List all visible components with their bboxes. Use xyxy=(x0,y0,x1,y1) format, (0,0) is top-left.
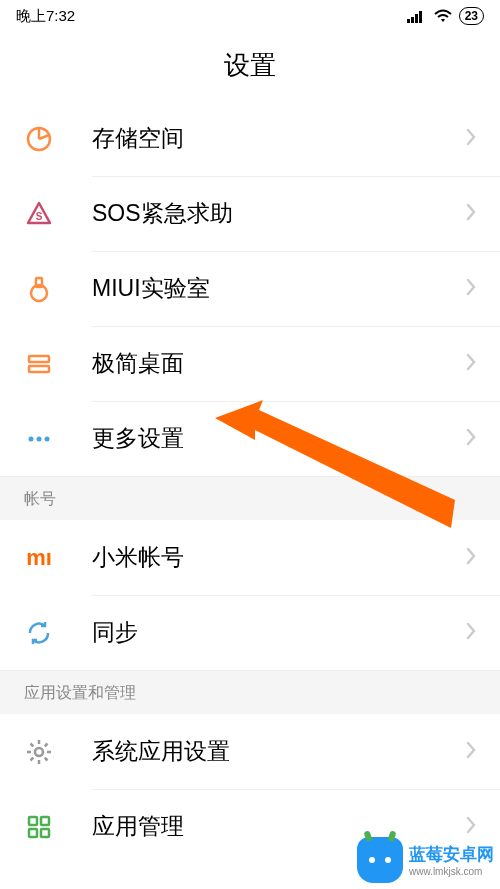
mi-icon: mı xyxy=(24,543,54,573)
section-account: 帐号 xyxy=(0,476,500,520)
svg-line-20 xyxy=(31,743,34,746)
chevron-right-icon xyxy=(466,278,476,300)
chevron-right-icon xyxy=(466,816,476,838)
svg-point-15 xyxy=(35,748,43,756)
chevron-right-icon xyxy=(466,203,476,225)
chevron-right-icon xyxy=(466,428,476,450)
row-mi-account[interactable]: mı 小米帐号 xyxy=(0,520,500,595)
watermark-icon xyxy=(357,837,403,883)
watermark-url: www.lmkjsk.com xyxy=(409,866,494,877)
row-label: 存储空间 xyxy=(92,123,466,154)
chevron-right-icon xyxy=(466,741,476,763)
row-system-apps[interactable]: 系统应用设置 xyxy=(0,714,500,789)
row-more-settings[interactable]: 更多设置 xyxy=(0,401,500,476)
status-time: 晚上7:32 xyxy=(16,7,75,26)
row-sync[interactable]: 同步 xyxy=(0,595,500,670)
storage-icon xyxy=(24,124,54,154)
row-label: 极简桌面 xyxy=(92,348,466,379)
svg-text:S: S xyxy=(36,211,43,222)
page-title: 设置 xyxy=(0,32,500,101)
watermark-title: 蓝莓安卓网 xyxy=(409,843,494,866)
battery-icon: 23 xyxy=(459,7,484,25)
svg-point-12 xyxy=(29,436,34,441)
more-icon xyxy=(24,424,54,454)
svg-rect-11 xyxy=(29,366,49,372)
row-label: 同步 xyxy=(92,617,466,648)
svg-point-14 xyxy=(45,436,50,441)
chevron-right-icon xyxy=(466,128,476,150)
svg-rect-25 xyxy=(41,817,49,825)
svg-rect-26 xyxy=(29,829,37,837)
row-sos[interactable]: S SOS紧急求助 xyxy=(0,176,500,251)
svg-rect-10 xyxy=(29,356,49,362)
status-right: 23 xyxy=(407,7,484,25)
row-storage[interactable]: 存储空间 xyxy=(0,101,500,176)
row-label: 小米帐号 xyxy=(92,542,466,573)
svg-rect-0 xyxy=(407,19,410,23)
svg-rect-2 xyxy=(415,14,418,23)
row-simple-desktop[interactable]: 极简桌面 xyxy=(0,326,500,401)
sos-icon: S xyxy=(24,199,54,229)
settings-list: 存储空间 S SOS紧急求助 MIUI实验室 极简桌面 更多设置 帐号 mı 小… xyxy=(0,101,500,864)
simple-icon xyxy=(24,349,54,379)
apps-icon xyxy=(24,812,54,842)
svg-line-22 xyxy=(45,743,48,746)
row-label: 更多设置 xyxy=(92,423,466,454)
signal-icon xyxy=(407,9,427,23)
gear-icon xyxy=(24,737,54,767)
svg-rect-1 xyxy=(411,17,414,23)
svg-point-13 xyxy=(37,436,42,441)
row-label: 系统应用设置 xyxy=(92,736,466,767)
wifi-icon xyxy=(433,9,453,23)
svg-line-23 xyxy=(31,757,34,760)
status-bar: 晚上7:32 23 xyxy=(0,0,500,32)
watermark: 蓝莓安卓网 www.lmkjsk.com xyxy=(357,837,494,883)
chevron-right-icon xyxy=(466,547,476,569)
svg-rect-27 xyxy=(41,829,49,837)
sync-icon xyxy=(24,618,54,648)
svg-rect-24 xyxy=(29,817,37,825)
svg-line-21 xyxy=(45,757,48,760)
chevron-right-icon xyxy=(466,622,476,644)
svg-rect-3 xyxy=(419,11,422,23)
section-apps: 应用设置和管理 xyxy=(0,670,500,714)
row-label: SOS紧急求助 xyxy=(92,198,466,229)
chevron-right-icon xyxy=(466,353,476,375)
row-label: MIUI实验室 xyxy=(92,273,466,304)
lab-icon xyxy=(24,274,54,304)
row-lab[interactable]: MIUI实验室 xyxy=(0,251,500,326)
